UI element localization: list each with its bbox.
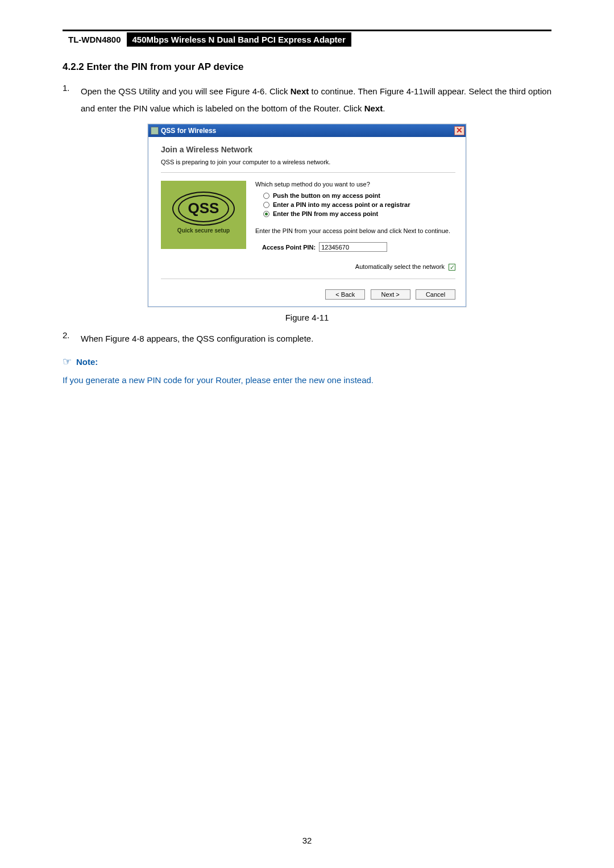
step1-text-e: . <box>383 103 385 113</box>
dialog-titlebar: QSS for Wireless ✕ <box>148 124 466 137</box>
auto-select-row[interactable]: Automatically select the network ✓ <box>255 263 455 271</box>
dialog-separator <box>161 172 455 173</box>
dialog-separator <box>161 279 455 279</box>
step-1: 1. Open the QSS Utility and you will see… <box>63 83 551 117</box>
options-column: Which setup method do you want to use? P… <box>246 181 455 271</box>
radio-option-3[interactable]: Enter the PIN from my access point <box>263 210 455 217</box>
dialog-title: QSS for Wireless <box>161 127 454 135</box>
step-1-body: Open the QSS Utility and you will see Fi… <box>81 83 551 117</box>
step1-bold-2: Next <box>364 103 383 113</box>
header-rule <box>63 30 551 31</box>
qss-logo-caption: Quick secure setup <box>177 227 230 234</box>
radio-option-2[interactable]: Enter a PIN into my access point or a re… <box>263 201 455 208</box>
step-2-body: When Figure 4-8 appears, the QSS configu… <box>81 330 551 347</box>
radio-icon <box>263 202 269 208</box>
radio-option-2-label: Enter a PIN into my access point or a re… <box>273 201 410 208</box>
radio-option-3-label: Enter the PIN from my access point <box>273 210 378 217</box>
pin-label: Access Point PIN: <box>262 244 316 251</box>
pin-hint: Enter the PIN from your access point bel… <box>255 227 455 234</box>
header-bar: TL-WDN4800 450Mbps Wireless N Dual Band … <box>63 32 551 47</box>
next-button[interactable]: Next > <box>371 289 410 300</box>
step-2-number: 2. <box>63 330 81 347</box>
note-body: If you generate a new PIN code for your … <box>63 373 551 387</box>
step-2: 2. When Figure 4-8 appears, the QSS conf… <box>63 330 551 347</box>
header-description: 450Mbps Wireless N Dual Band PCI Express… <box>127 32 351 47</box>
qss-logo: QSS Quick secure setup <box>161 181 246 249</box>
qss-logo-text: QSS <box>184 196 224 221</box>
dialog-heading: Join a Wireless Network <box>161 145 455 154</box>
auto-select-label: Automatically select the network <box>355 263 445 270</box>
dialog-subheading: QSS is preparing to join your computer t… <box>161 159 455 165</box>
qss-dialog: QSS for Wireless ✕ Join a Wireless Netwo… <box>148 124 466 307</box>
step-1-number: 1. <box>63 83 81 117</box>
app-icon <box>151 127 159 135</box>
header-model: TL-WDN4800 <box>63 32 127 47</box>
step1-bold-1: Next <box>291 86 309 96</box>
note-label: Note: <box>76 357 98 367</box>
note-header: ☞ Note: <box>63 355 551 368</box>
checkbox-icon: ✓ <box>449 264 455 271</box>
pointing-hand-icon: ☞ <box>63 355 72 368</box>
step1-text-a: Open the QSS Utility and you will see Fi… <box>81 86 291 96</box>
figure-caption: Figure 4-11 <box>63 313 551 322</box>
radio-icon <box>263 193 269 199</box>
section-title: 4.2.2 Enter the PIN from your AP device <box>63 61 551 73</box>
dialog-buttons: < Back Next > Cancel <box>161 289 455 300</box>
page-number: 32 <box>0 836 614 845</box>
radio-option-1[interactable]: Push the button on my access point <box>263 192 455 199</box>
cancel-button[interactable]: Cancel <box>416 289 455 300</box>
pin-input[interactable] <box>319 242 387 252</box>
close-icon[interactable]: ✕ <box>454 126 464 135</box>
back-button[interactable]: < Back <box>325 289 365 300</box>
radio-option-1-label: Push the button on my access point <box>273 192 380 199</box>
logo-column: QSS Quick secure setup <box>161 181 246 271</box>
setup-prompt: Which setup method do you want to use? <box>255 181 455 188</box>
radio-icon <box>263 211 269 217</box>
